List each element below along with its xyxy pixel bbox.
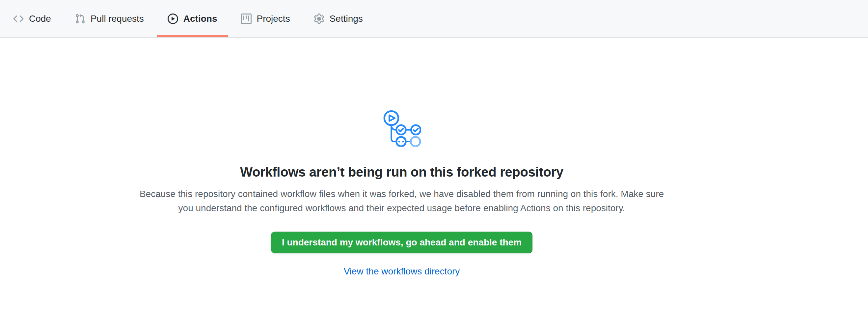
tab-label: Settings [330,14,363,23]
tab-label: Code [29,14,51,23]
tab-label: Pull requests [91,14,144,23]
tab-pull-requests[interactable]: Pull requests [64,0,154,37]
tab-code[interactable]: Code [3,0,62,37]
actions-blankslate: Workflows aren’t being run on this forke… [0,38,803,276]
gear-icon [314,13,324,24]
enable-workflows-button[interactable]: I understand my workflows, go ahead and … [271,231,532,253]
tab-actions[interactable]: Actions [157,0,228,37]
tab-projects[interactable]: Projects [230,0,301,37]
tab-label: Actions [183,14,217,23]
workflow-graph-icon [382,108,421,147]
blankslate-heading: Workflows aren’t being run on this forke… [240,164,563,180]
view-workflows-directory-link[interactable]: View the workflows directory [344,267,460,276]
git-pull-request-icon [75,13,85,24]
tab-settings[interactable]: Settings [303,0,373,37]
tab-label: Projects [257,14,290,23]
code-icon [13,13,24,24]
project-icon [241,13,252,24]
repo-nav: Code Pull requests Actions Projects Sett… [0,0,868,38]
play-circle-icon [167,13,178,24]
blankslate-description: Because this repository contained workfl… [132,187,672,215]
